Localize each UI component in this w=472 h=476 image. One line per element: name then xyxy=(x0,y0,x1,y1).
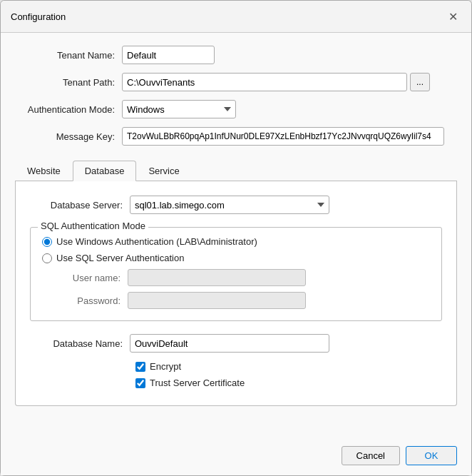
db-name-label: Database Name: xyxy=(30,338,130,349)
trust-cert-checkbox[interactable] xyxy=(135,378,145,388)
dialog-footer: Cancel OK xyxy=(1,439,471,475)
configuration-dialog: Configuration ✕ Tenant Name: Tenant Path… xyxy=(0,0,472,476)
radio-windows-label[interactable]: Use Windows Authentication (LAB\Administ… xyxy=(56,236,257,247)
tenant-path-input[interactable] xyxy=(122,73,407,91)
browse-button[interactable]: ... xyxy=(410,73,430,91)
radio-sql-row: Use SQL Server Authentication xyxy=(42,253,430,263)
db-server-label: Database Server: xyxy=(30,200,130,211)
tabs-bar: Website Database Service xyxy=(15,160,457,181)
username-label: User name: xyxy=(56,273,128,283)
cancel-button[interactable]: Cancel xyxy=(342,446,400,465)
radio-sql[interactable] xyxy=(42,253,52,263)
tab-website[interactable]: Website xyxy=(15,161,73,181)
tab-service[interactable]: Service xyxy=(136,161,191,181)
sql-auth-group: SQL Authentication Mode Use Windows Auth… xyxy=(30,227,442,321)
radio-windows-row: Use Windows Authentication (LAB\Administ… xyxy=(42,236,430,247)
trust-cert-label[interactable]: Trust Server Certificate xyxy=(150,378,245,388)
encrypt-checkbox[interactable] xyxy=(135,362,145,372)
message-key-label: Message Key: xyxy=(15,131,122,142)
password-label: Password: xyxy=(56,295,128,306)
username-input[interactable] xyxy=(128,269,306,286)
message-key-row: Message Key: xyxy=(15,127,457,146)
auth-mode-label: Authentication Mode: xyxy=(15,104,122,115)
radio-windows[interactable] xyxy=(42,237,52,247)
ok-button[interactable]: OK xyxy=(406,446,457,465)
tenant-path-label: Tenant Path: xyxy=(15,77,122,88)
title-bar: Configuration ✕ xyxy=(1,1,471,33)
tab-database[interactable]: Database xyxy=(73,161,137,181)
db-name-input[interactable] xyxy=(130,334,329,353)
db-server-row: Database Server: sql01.lab.simego.com xyxy=(30,196,442,214)
username-row: User name: xyxy=(56,269,430,286)
password-input[interactable] xyxy=(128,292,306,309)
auth-mode-select[interactable]: Windows SQL Server xyxy=(122,100,236,118)
radio-sql-label[interactable]: Use SQL Server Authentication xyxy=(56,253,184,263)
db-name-row: Database Name: xyxy=(30,334,442,353)
tenant-path-row: Tenant Path: ... xyxy=(15,73,457,91)
trust-cert-row: Trust Server Certificate xyxy=(135,378,442,388)
tabs-container: Website Database Service Database Server… xyxy=(15,160,457,406)
dialog-body: Tenant Name: Tenant Path: ... Authentica… xyxy=(1,33,471,439)
dialog-title: Configuration xyxy=(11,11,66,22)
tenant-name-input[interactable] xyxy=(122,46,215,64)
tenant-name-label: Tenant Name: xyxy=(15,50,122,61)
message-key-input[interactable] xyxy=(122,127,444,146)
auth-mode-row: Authentication Mode: Windows SQL Server xyxy=(15,100,457,118)
encrypt-row: Encrypt xyxy=(135,361,442,372)
tenant-name-row: Tenant Name: xyxy=(15,46,457,64)
password-row: Password: xyxy=(56,292,430,309)
database-tab-content: Database Server: sql01.lab.simego.com SQ… xyxy=(15,181,457,406)
close-button[interactable]: ✕ xyxy=(444,8,461,25)
db-server-select[interactable]: sql01.lab.simego.com xyxy=(130,196,329,214)
encrypt-label[interactable]: Encrypt xyxy=(150,361,181,372)
sql-auth-legend: SQL Authentication Mode xyxy=(38,221,148,231)
